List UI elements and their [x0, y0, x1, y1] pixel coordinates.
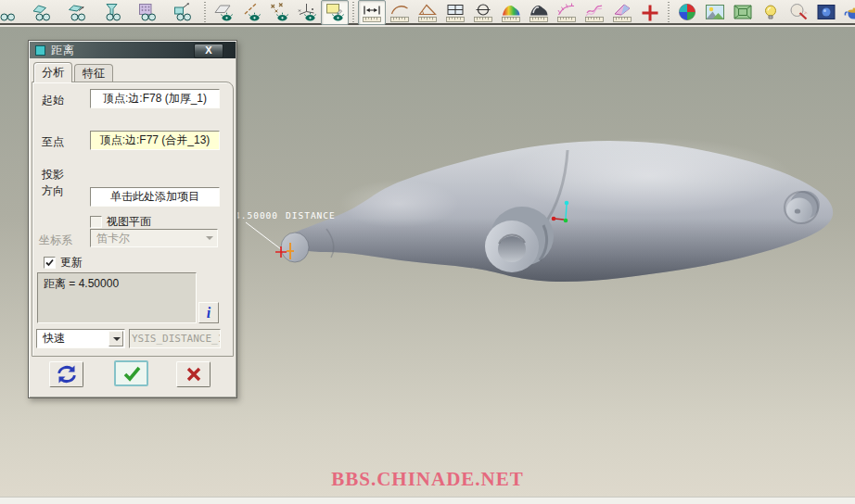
mode-dropdown-arrow[interactable] [108, 331, 123, 346]
toggle-datum-points-button[interactable] [265, 0, 293, 25]
results-box: 距离 = 4.50000 [37, 272, 197, 323]
annotation-value: 4.50000 [235, 210, 278, 220]
find-vertices-button[interactable] [0, 0, 24, 25]
tab-feature[interactable]: 特征 [74, 64, 113, 82]
analysis-name-field: YSIS_DISTANCE_1 [129, 329, 221, 348]
render-color-wheel-button[interactable] [673, 0, 701, 25]
ok-button[interactable] [114, 360, 148, 386]
repeat-button[interactable] [49, 361, 83, 387]
analysis-curvature-comb-button[interactable] [553, 0, 581, 25]
analysis-dialog-icon [35, 45, 45, 56]
render-perspective-button[interactable] [785, 0, 812, 25]
surface-rainbow-icon [500, 2, 522, 22]
measure-distance-button[interactable] [358, 0, 386, 25]
from-label: 起始 [42, 93, 64, 108]
render-appearance-gallery-button[interactable] [840, 0, 855, 25]
curvature-comb-icon [555, 2, 578, 22]
dialog-tabs: 分析 特征 [33, 62, 115, 82]
app-window: 4.50000 DISTANCE BBS.CHINADE.NET 距离 X 分析… [0, 0, 855, 504]
measure-area-button[interactable] [441, 0, 469, 25]
note-eye-icon [324, 2, 346, 22]
chevron-down-icon [206, 236, 213, 244]
analysis-curve-deviation-button[interactable] [581, 0, 608, 25]
view-plane-checkbox[interactable] [90, 216, 102, 228]
repeat-arrows-icon [57, 365, 77, 384]
csys-y-dot [565, 201, 569, 206]
render-room-editor-button[interactable] [812, 0, 840, 25]
measure-diameter-button[interactable] [469, 0, 497, 25]
toolbar [0, 0, 855, 25]
view-plane-label: 视图平面 [107, 214, 151, 230]
analysis-dihedral-angle-button[interactable] [608, 0, 636, 25]
render-room-button[interactable] [729, 0, 757, 25]
from-collector[interactable]: 顶点:边:F78 (加厚_1) [90, 89, 220, 108]
find-from-surface-button[interactable] [59, 0, 95, 25]
render-scene-button[interactable] [701, 0, 729, 25]
pink-waves-icon [583, 2, 606, 22]
update-row: 更新 [44, 255, 83, 271]
check-mark-icon [121, 364, 142, 383]
toolbar-separator [202, 2, 208, 22]
analysis-tab-panel: 起始 顶点:边:F78 (加厚_1) 至点 顶点:边:F77 (合并_13) 投… [32, 82, 234, 357]
csys-origin-dot [564, 219, 568, 223]
csys-dropdown: 笛卡尔 [90, 229, 218, 247]
model-highlight [505, 137, 793, 215]
measure-length-button[interactable] [386, 0, 414, 25]
to-label: 至点 [42, 134, 64, 150]
grid-binoculars-icon [136, 2, 159, 22]
teapot-gold-icon [843, 2, 855, 22]
analysis-shaded-curvature-button[interactable] [525, 0, 553, 25]
distance-dialog: 距离 X 分析 特征 起始 顶点:边:F78 (加厚_1) 至点 顶点:边:F7… [28, 40, 237, 398]
model-part[interactable] [281, 137, 833, 282]
find-grid-button[interactable] [130, 0, 165, 25]
tab-analysis[interactable]: 分析 [33, 62, 72, 82]
toggle-coordinate-systems-button[interactable] [293, 0, 321, 25]
boss-hole[interactable] [498, 236, 526, 262]
close-icon[interactable]: X [194, 44, 223, 58]
csys-y-axis [566, 205, 567, 219]
axis-eye-icon [240, 2, 262, 22]
dialog-buttons [29, 360, 236, 390]
surface-binoculars-icon [66, 2, 88, 22]
find-on-surface-button[interactable] [24, 0, 59, 25]
to-collector[interactable]: 顶点:边:F77 (合并_13) [90, 131, 220, 150]
render-lights-button[interactable] [757, 0, 785, 25]
update-checkbox[interactable] [44, 257, 56, 269]
csys-label: 坐标系 [39, 233, 72, 248]
update-label: 更新 [60, 255, 83, 271]
find-projection-button[interactable] [165, 0, 200, 25]
plane-binoculars-icon [31, 2, 53, 22]
check-icon [45, 258, 55, 268]
info-button[interactable]: i [198, 302, 219, 323]
mode-dropdown[interactable]: 快速 [36, 329, 125, 348]
right-boss-center [795, 208, 800, 213]
box-binoculars-icon [172, 2, 194, 22]
color-wheel-icon [676, 2, 698, 22]
points-eye-icon [268, 2, 290, 22]
cancel-button[interactable] [176, 361, 211, 387]
annotation-label: DISTANCE [286, 210, 336, 220]
toggle-datum-planes-button[interactable] [210, 0, 237, 25]
scene-icon [704, 2, 726, 22]
view-plane-row: 视图平面 [90, 214, 151, 230]
leader-line [246, 222, 281, 249]
projection-label-1: 投影 [42, 167, 64, 183]
toolbar-separator [666, 2, 671, 22]
perspective-icon [787, 2, 810, 22]
dialog-titlebar[interactable]: 距离 X [30, 42, 236, 58]
measure-diameter-icon [472, 2, 494, 22]
measure-distance-icon [361, 2, 383, 22]
analysis-gaussian-curvature-button[interactable] [497, 0, 525, 25]
status-strip [0, 497, 855, 504]
toggle-annotations-button[interactable] [321, 0, 349, 25]
measure-angle-button[interactable] [414, 0, 441, 25]
projection-collector[interactable]: 单击此处添加项目 [90, 187, 220, 207]
find-intersect-button[interactable] [95, 0, 130, 25]
watermark: BBS.CHINADE.NET [0, 468, 855, 491]
analysis-datum-point-button[interactable] [636, 0, 664, 25]
red-plus-icon [639, 2, 661, 22]
csys-eye-icon [296, 2, 318, 22]
toggle-datum-axes-button[interactable] [237, 0, 265, 25]
projection-label-2: 方向 [42, 183, 64, 199]
room-sphere-icon [815, 2, 837, 22]
